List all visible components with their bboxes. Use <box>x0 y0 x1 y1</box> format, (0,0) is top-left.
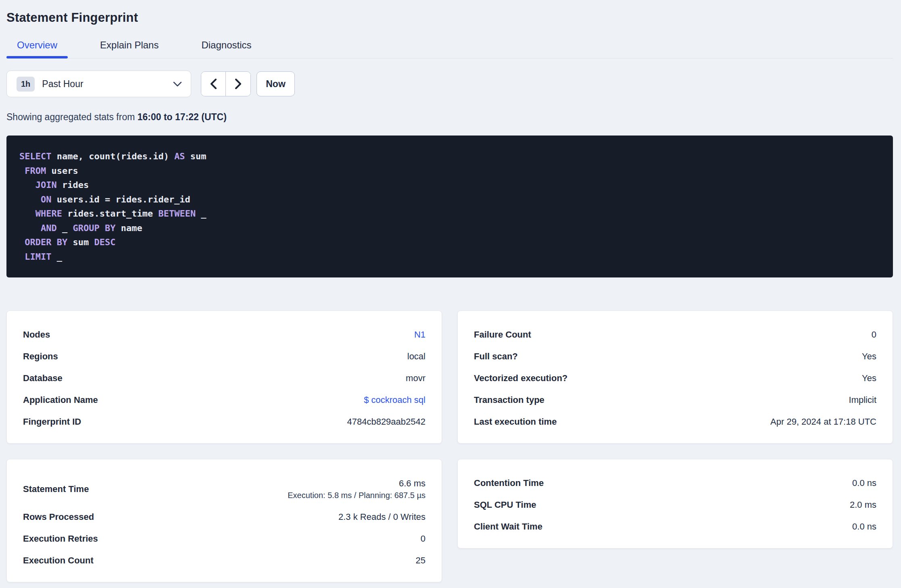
metric-value: 4784cb829aab2542 <box>347 417 425 427</box>
metric-value-stack: 0.0 ns <box>852 478 876 488</box>
metric-row: Application Name$ cockroach sql <box>23 389 425 411</box>
next-time-button[interactable] <box>226 72 250 96</box>
metric-label: Execution Retries <box>23 534 98 544</box>
sql-line: ON users.id = rides.rider_id <box>19 192 880 207</box>
statement-performance-card: Statement Time6.6 msExecution: 5.8 ms / … <box>6 459 442 582</box>
sql-text: _ <box>57 223 73 233</box>
sql-line: ORDER BY sum DESC <box>19 235 880 250</box>
metric-value-stack: $ cockroach sql <box>364 395 425 405</box>
metric-value-stack: 0 <box>872 329 876 340</box>
sql-line: SELECT name, count(rides.id) AS sum <box>19 149 880 164</box>
metric-value: 0 <box>421 534 425 544</box>
sql-text: name, count(rides.id) <box>51 151 174 161</box>
tab-overview[interactable]: Overview <box>6 40 68 58</box>
metric-label: Database <box>23 373 63 384</box>
sql-text <box>19 209 35 219</box>
metric-value: movr <box>406 373 425 384</box>
sql-keyword: WHERE <box>35 209 62 219</box>
metric-label: Contention Time <box>474 478 544 488</box>
sql-keyword: BETWEEN <box>158 209 196 219</box>
sql-keyword: AS <box>174 151 185 161</box>
tab-explain-plans[interactable]: Explain Plans <box>90 40 169 58</box>
sql-text: _ <box>51 252 62 262</box>
sql-text <box>19 252 25 262</box>
metric-value: 25 <box>416 555 425 566</box>
metric-value-stack: 0 <box>421 534 425 544</box>
sql-text: users.id = rides.rider_id <box>51 194 190 204</box>
now-button[interactable]: Now <box>257 71 295 96</box>
metric-value: Yes <box>862 351 876 362</box>
sql-line: JOIN rides <box>19 178 880 192</box>
metric-row: Last execution timeApr 29, 2024 at 17:18… <box>474 411 876 433</box>
metric-value: 2.0 ms <box>850 500 876 510</box>
time-range-badge: 1h <box>17 77 35 92</box>
metric-label: Full scan? <box>474 351 518 362</box>
metric-value-stack: N1 <box>414 329 425 340</box>
metric-row: Fingerprint ID4784cb829aab2542 <box>23 411 425 433</box>
tab-diagnostics-label: Diagnostics <box>201 40 251 50</box>
sql-keyword: FROM <box>25 166 46 176</box>
statement-fingerprint-page: Statement Fingerprint Overview Explain P… <box>0 0 901 582</box>
sql-text: sum <box>185 151 206 161</box>
metric-row: Rows Processed2.3 k Reads / 0 Writes <box>23 506 425 528</box>
execution-attributes-card: Failure Count0Full scan?YesVectorized ex… <box>457 311 893 444</box>
metric-label: Execution Count <box>23 555 94 566</box>
time-controls: 1h Past Hour Now <box>6 71 893 97</box>
sql-text <box>19 223 41 233</box>
metric-value-stack: 2.3 k Reads / 0 Writes <box>338 512 425 522</box>
metric-row: Contention Time0.0 ns <box>474 472 876 494</box>
metric-row: SQL CPU Time2.0 ms <box>474 494 876 516</box>
time-range-dropdown[interactable]: 1h Past Hour <box>6 71 191 97</box>
metric-value-stack: local <box>407 351 425 362</box>
metric-label: Vectorized execution? <box>474 373 567 384</box>
metric-label: Failure Count <box>474 329 531 340</box>
chevron-right-icon <box>235 79 242 89</box>
metric-row: Full scan?Yes <box>474 346 876 367</box>
metric-value-link[interactable]: $ cockroach sql <box>364 395 425 405</box>
tab-diagnostics[interactable]: Diagnostics <box>191 40 262 58</box>
metric-value-stack: 25 <box>416 555 425 566</box>
time-range-label: Past Hour <box>42 79 173 90</box>
metric-label: Regions <box>23 351 58 362</box>
stats-summary-prefix: Showing aggregated stats from <box>6 112 138 122</box>
sql-keyword: LIMIT <box>25 252 51 262</box>
metric-label: Last execution time <box>474 417 557 427</box>
metric-row: Transaction typeImplicit <box>474 389 876 411</box>
metric-value: 0.0 ns <box>852 478 876 488</box>
metric-value-stack: 6.6 msExecution: 5.8 ms / Planning: 687.… <box>288 478 425 500</box>
metric-label: Rows Processed <box>23 512 94 522</box>
metric-row: Execution Count25 <box>23 550 425 571</box>
sql-text: sum <box>67 237 94 247</box>
sql-keyword: ORDER BY <box>25 237 67 247</box>
metric-value-stack: Yes <box>862 373 876 384</box>
metric-value: 6.6 ms <box>399 478 425 489</box>
metric-label: Client Wait Time <box>474 521 542 532</box>
metric-label: Transaction type <box>474 395 544 405</box>
metric-row: Statement Time6.6 msExecution: 5.8 ms / … <box>23 472 425 506</box>
sql-text <box>19 194 41 204</box>
sql-text <box>19 180 35 190</box>
time-step-button-group <box>201 71 251 96</box>
metric-label: Application Name <box>23 395 98 405</box>
metric-row: Vectorized execution?Yes <box>474 367 876 389</box>
sql-statement-block: SELECT name, count(rides.id) AS sum FROM… <box>6 136 893 277</box>
summary-cards: NodesN1RegionslocalDatabasemovrApplicati… <box>6 311 893 582</box>
prev-time-button[interactable] <box>201 72 226 96</box>
statement-details-card: NodesN1RegionslocalDatabasemovrApplicati… <box>6 311 442 444</box>
metric-sub-value: Execution: 5.8 ms / Planning: 687.5 µs <box>288 491 425 500</box>
sql-line: LIMIT _ <box>19 250 880 264</box>
chevron-down-icon <box>173 81 182 87</box>
metric-value: 0 <box>872 329 876 340</box>
metric-row: Regionslocal <box>23 346 425 367</box>
metric-value: 2.3 k Reads / 0 Writes <box>338 512 425 522</box>
metric-value: Apr 29, 2024 at 17:18 UTC <box>770 417 876 427</box>
metric-value: local <box>407 351 425 362</box>
metric-label: SQL CPU Time <box>474 500 536 510</box>
tab-bar: Overview Explain Plans Diagnostics <box>6 40 893 58</box>
sql-text: name <box>115 223 142 233</box>
sql-keyword: DESC <box>94 237 115 247</box>
sql-line: WHERE rides.start_time BETWEEN _ <box>19 206 880 221</box>
metric-value-link[interactable]: N1 <box>414 329 425 340</box>
metric-value-stack: 4784cb829aab2542 <box>347 417 425 427</box>
sql-text <box>19 166 25 176</box>
